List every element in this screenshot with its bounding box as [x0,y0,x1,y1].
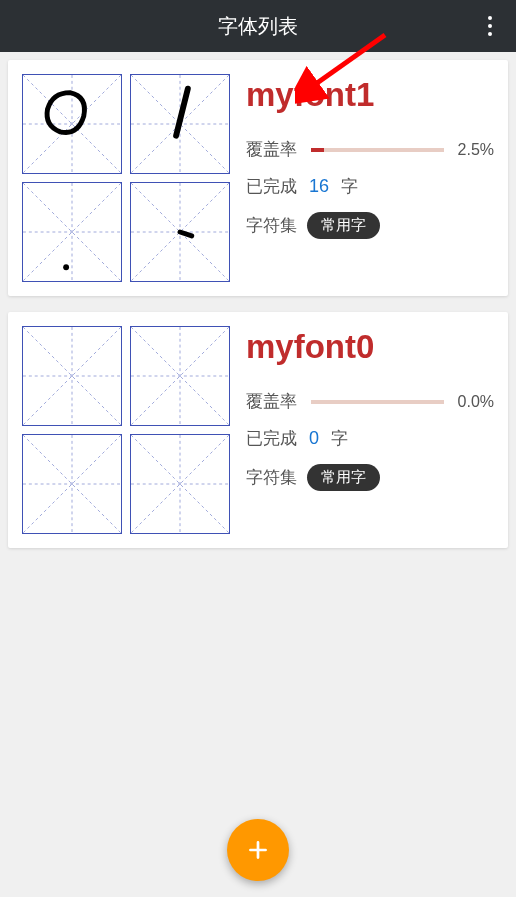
font-info: myfont0 覆盖率 0.0% 已完成 0 字 字符集 常用字 [246,326,494,534]
completed-row: 已完成 16 字 [246,175,494,198]
app-header: 字体列表 [0,0,516,52]
coverage-percent: 0.0% [458,393,494,411]
completed-count: 0 [309,428,319,449]
plus-icon [245,837,271,863]
coverage-progress [311,400,444,404]
font-card[interactable]: myfont0 覆盖率 0.0% 已完成 0 字 字符集 常用字 [8,312,508,548]
completed-label: 已完成 [246,175,297,198]
charset-label: 字符集 [246,214,297,237]
completed-row: 已完成 0 字 [246,427,494,450]
glyph-preview-grid [22,74,230,282]
glyph-cell [130,182,230,282]
coverage-progress [311,148,444,152]
add-font-button[interactable] [227,819,289,881]
charset-row: 字符集 常用字 [246,464,494,491]
glyph-cell [22,434,122,534]
glyph-cell [22,326,122,426]
font-name: myfont0 [246,328,494,366]
glyph-cell [22,74,122,174]
coverage-row: 覆盖率 2.5% [246,138,494,161]
glyph-cell [130,326,230,426]
font-name: myfont1 [246,76,494,114]
glyph-cell [130,434,230,534]
charset-label: 字符集 [246,466,297,489]
coverage-row: 覆盖率 0.0% [246,390,494,413]
charset-row: 字符集 常用字 [246,212,494,239]
charset-badge: 常用字 [307,212,380,239]
coverage-label: 覆盖率 [246,138,297,161]
completed-count: 16 [309,176,329,197]
char-unit: 字 [331,427,348,450]
font-card[interactable]: myfont1 覆盖率 2.5% 已完成 16 字 字符集 常用字 [8,60,508,296]
page-title: 字体列表 [218,13,298,40]
glyph-cell [22,182,122,282]
coverage-label: 覆盖率 [246,390,297,413]
glyph-cell [130,74,230,174]
overflow-menu-icon[interactable] [480,8,500,44]
glyph-preview-grid [22,326,230,534]
coverage-percent: 2.5% [458,141,494,159]
charset-badge: 常用字 [307,464,380,491]
font-list: myfont1 覆盖率 2.5% 已完成 16 字 字符集 常用字 [0,52,516,572]
font-info: myfont1 覆盖率 2.5% 已完成 16 字 字符集 常用字 [246,74,494,282]
char-unit: 字 [341,175,358,198]
completed-label: 已完成 [246,427,297,450]
